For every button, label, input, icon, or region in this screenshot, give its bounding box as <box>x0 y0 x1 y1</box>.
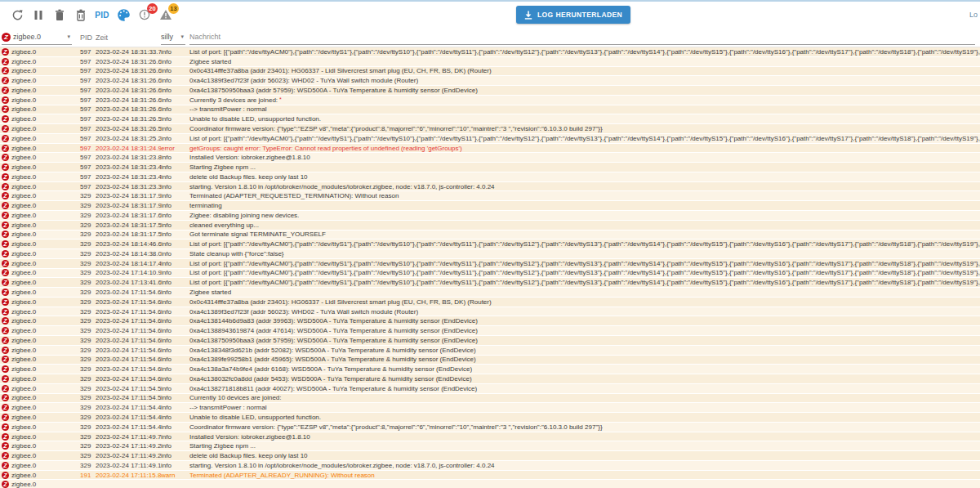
log-row[interactable]: Z zigbee.0 329 2023-02-24 17:11:49.264 i… <box>0 451 980 461</box>
log-source-cell: Z zigbee.0 <box>2 250 78 257</box>
clear-log-on-disk-button[interactable] <box>70 5 91 25</box>
log-row[interactable]: Z zigbee.0 329 2023-02-24 17:11:49.753 i… <box>0 432 980 442</box>
log-row[interactable]: Z zigbee.0 329 2023-02-24 17:11:54.478 i… <box>0 413 980 423</box>
log-row[interactable]: Z zigbee.0 597 2023-02-24 18:31:26.585 i… <box>0 114 980 124</box>
log-time-cell: 2023-02-24 17:14:10.907 <box>96 269 161 276</box>
log-row[interactable]: Z zigbee.0 <box>0 480 980 488</box>
log-time-cell: 2023-02-24 18:14:38.087 <box>96 250 161 257</box>
log-row[interactable]: Z zigbee.0 597 2023-02-24 18:31:23.810 i… <box>0 153 980 163</box>
log-message-cell: cleaned everything up... <box>189 222 980 229</box>
log-row[interactable]: Z zigbee.0 329 2023-02-24 17:11:54.607 i… <box>0 316 980 326</box>
log-level-cell: info <box>161 192 189 199</box>
log-time-cell: 2023-02-24 17:11:54.608 <box>96 308 161 316</box>
log-row[interactable]: Z zigbee.0 329 2023-02-24 17:11:54.603 i… <box>0 356 980 365</box>
log-row[interactable]: Z zigbee.0 597 2023-02-24 18:31:33.745 i… <box>0 47 980 57</box>
log-row[interactable]: Z zigbee.0 329 2023-02-24 17:11:54.600 i… <box>0 374 980 384</box>
log-row[interactable]: Z zigbee.0 329 2023-02-24 17:11:54.608 i… <box>0 307 980 317</box>
log-row[interactable]: Z zigbee.0 597 2023-02-24 18:31:23.330 i… <box>0 182 980 192</box>
log-row[interactable]: Z zigbee.0 597 2023-02-24 18:31:26.600 i… <box>0 105 980 115</box>
log-source-cell: Z zigbee.0 <box>2 202 78 209</box>
log-row[interactable]: Z zigbee.0 597 2023-02-24 18:31:24.910 e… <box>0 144 980 154</box>
warning-count-badge: 13 <box>168 3 179 14</box>
clear-log-button[interactable] <box>49 5 70 25</box>
log-row[interactable]: Z zigbee.0 329 2023-02-24 17:11:54.606 i… <box>0 326 980 336</box>
chevron-down-icon: ▾ <box>180 34 185 40</box>
log-source-label: zigbee.0 <box>11 394 36 401</box>
log-source-cell: Z zigbee.0 <box>2 269 78 276</box>
log-row[interactable]: Z zigbee.0 597 2023-02-24 18:31:25.241 i… <box>0 134 980 144</box>
log-source-label: zigbee.0 <box>11 192 36 199</box>
log-message-cell: Currently 3 devices are joined:* <box>189 96 980 104</box>
log-message-cell: State cleanup with {"force":false} <box>189 250 980 257</box>
log-row[interactable]: Z zigbee.0 329 2023-02-24 17:11:54.542 i… <box>0 394 980 404</box>
log-level-cell: info <box>161 240 189 248</box>
log-row[interactable]: Z zigbee.0 329 2023-02-24 17:11:54.604 i… <box>0 346 980 356</box>
log-row[interactable]: Z zigbee.0 597 2023-02-24 18:31:26.641 i… <box>0 96 980 105</box>
log-row[interactable]: Z zigbee.0 597 2023-02-24 18:31:23.420 i… <box>0 172 980 182</box>
log-row[interactable]: Z zigbee.0 597 2023-02-24 18:31:26.654 i… <box>0 86 980 96</box>
refresh-button[interactable] <box>7 5 28 25</box>
log-level-cell: warn <box>161 472 189 479</box>
log-message-cell: Coordinator firmware version: {"type":"E… <box>189 125 980 132</box>
log-level-cell: info <box>161 87 189 94</box>
log-row[interactable]: Z zigbee.0 597 2023-02-24 18:31:23.422 i… <box>0 163 980 172</box>
log-level-cell: info <box>161 442 189 450</box>
log-pid-cell: 329 <box>78 385 96 392</box>
log-row[interactable]: Z zigbee.0 597 2023-02-24 18:31:26.660 i… <box>0 76 980 86</box>
severity-filter-value: silly <box>161 33 173 41</box>
log-row[interactable]: Z zigbee.0 329 2023-02-24 18:14:17.490 i… <box>0 259 980 269</box>
log-pid-cell: 329 <box>78 356 96 363</box>
log-pid-cell: 329 <box>78 404 96 411</box>
colorize-button[interactable] <box>113 5 134 25</box>
log-time-cell: 2023-02-24 18:31:17.949 <box>96 192 161 199</box>
log-message-cell: 0xa4c1389f3ed7f23f (addr 56023): WHD02 -… <box>189 77 980 84</box>
log-row[interactable]: Z zigbee.0 329 2023-02-24 18:31:17.592 i… <box>0 231 980 240</box>
pause-button[interactable] <box>28 5 49 25</box>
log-row[interactable]: Z zigbee.0 329 2023-02-24 17:11:49.147 i… <box>0 461 980 471</box>
log-row[interactable]: Z zigbee.0 329 2023-02-24 17:11:54.610 i… <box>0 298 980 307</box>
message-filter-input[interactable] <box>189 30 975 45</box>
log-source-label: zigbee.0 <box>11 96 36 104</box>
log-row[interactable]: Z zigbee.0 329 2023-02-24 17:11:54.605 i… <box>0 336 980 346</box>
log-row[interactable]: Z zigbee.0 329 2023-02-24 17:11:54.495 i… <box>0 403 980 413</box>
log-source-label: zigbee.0 <box>11 250 36 257</box>
log-level-cell: info <box>161 125 189 132</box>
log-row[interactable]: Z zigbee.0 597 2023-02-24 18:31:26.584 i… <box>0 124 980 134</box>
log-row[interactable]: Z zigbee.0 329 2023-02-24 18:31:17.594 i… <box>0 221 980 231</box>
log-message-cell: Starting Zigbee npm ... <box>189 163 980 171</box>
log-row[interactable]: Z zigbee.0 329 2023-02-24 17:11:54.476 i… <box>0 423 980 432</box>
log-row[interactable]: Z zigbee.0 329 2023-02-24 18:31:17.949 i… <box>0 191 980 201</box>
log-row[interactable]: Z zigbee.0 329 2023-02-24 18:14:46.674 i… <box>0 240 980 249</box>
log-message-cell: List of port: [{"path":"/dev/ttyACM0"},{… <box>189 279 980 286</box>
log-message-cell: List of port: [{"path":"/dev/ttyACM0"},{… <box>189 135 980 142</box>
log-source-cell: Z zigbee.0 <box>2 125 78 132</box>
log-row[interactable]: Z zigbee.0 329 2023-02-24 17:14:10.907 i… <box>0 269 980 279</box>
log-pid-cell: 597 <box>78 154 96 161</box>
log-row[interactable]: Z zigbee.0 329 2023-02-24 18:31:17.948 i… <box>0 201 980 211</box>
log-row[interactable]: Z zigbee.0 329 2023-02-24 17:13:41.633 i… <box>0 278 980 288</box>
log-row[interactable]: Z zigbee.0 597 2023-02-24 18:31:26.661 i… <box>0 57 980 67</box>
pid-toggle-button[interactable]: PID <box>91 5 113 25</box>
log-source-cell: Z zigbee.0 <box>2 77 78 84</box>
log-row[interactable]: Z zigbee.0 329 2023-02-24 18:14:38.087 i… <box>0 249 980 259</box>
log-level-cell: info <box>161 423 189 431</box>
error-counter-button[interactable]: 20 <box>134 5 155 25</box>
log-row[interactable]: Z zigbee.0 329 2023-02-24 17:11:54.611 i… <box>0 288 980 298</box>
log-row[interactable]: Z zigbee.0 329 2023-02-24 18:31:17.610 i… <box>0 211 980 221</box>
log-source-label: zigbee.0 <box>11 260 36 267</box>
warning-counter-button[interactable]: 13 <box>155 5 176 25</box>
log-row[interactable]: Z zigbee.0 191 2023-02-24 17:11:15.872 w… <box>0 471 980 481</box>
log-row[interactable]: Z zigbee.0 329 2023-02-24 17:11:54.601 i… <box>0 365 980 374</box>
log-row[interactable]: Z zigbee.0 329 2023-02-24 17:11:54.593 i… <box>0 384 980 394</box>
log-source-cell: Z zigbee.0 <box>2 173 78 181</box>
download-log-button[interactable]: LOG HERUNTERLADEN <box>516 6 630 24</box>
severity-filter-select[interactable]: silly ▾ <box>161 30 185 45</box>
log-level-cell: info <box>161 105 189 113</box>
log-source-cell: Z zigbee.0 <box>2 105 78 113</box>
log-row[interactable]: Z zigbee.0 597 2023-02-24 18:31:26.661 i… <box>0 67 980 77</box>
log-time-cell: 2023-02-24 17:11:49.147 <box>96 462 161 469</box>
log-message-cell: Zigbee: disabling joining new devices. <box>189 212 980 219</box>
log-source-label: zigbee.0 <box>11 298 36 306</box>
source-filter-select[interactable]: Z zigbee.0 ▾ <box>2 30 72 45</box>
log-row[interactable]: Z zigbee.0 329 2023-02-24 17:11:49.265 i… <box>0 441 980 451</box>
